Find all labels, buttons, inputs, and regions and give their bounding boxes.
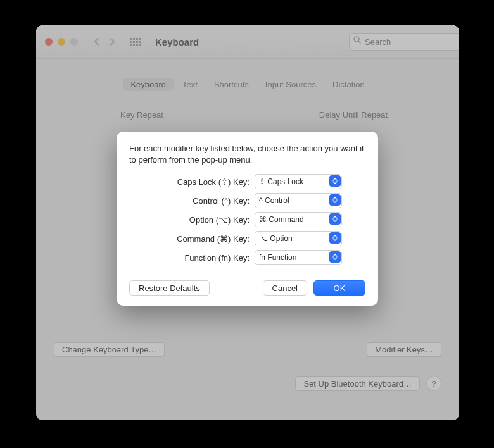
chevron-up-down-icon [329,194,341,206]
row-command: Command (⌘) Key: ⌥ Option [129,231,365,246]
sheet-description: For each modifier key listed below, choo… [129,143,365,165]
chevron-up-down-icon [329,175,341,187]
cancel-button[interactable]: Cancel [263,280,307,296]
caps-lock-label: Caps Lock (⇪) Key: [129,177,255,187]
control-value: ^ Control [259,196,289,205]
row-function: Function (fn) Key: fn Function [129,250,365,265]
option-value: ⌘ Command [259,215,304,224]
ok-button[interactable]: OK [314,280,365,296]
row-option: Option (⌥) Key: ⌘ Command [129,212,365,227]
row-caps-lock: Caps Lock (⇪) Key: ⇪ Caps Lock [129,174,365,189]
chevron-up-down-icon [329,251,341,263]
command-value: ⌥ Option [259,234,293,243]
option-label: Option (⌥) Key: [129,215,255,225]
command-popup[interactable]: ⌥ Option [255,231,342,246]
chevron-up-down-icon [329,213,341,225]
modifier-keys-sheet: For each modifier key listed below, choo… [117,132,378,306]
function-popup[interactable]: fn Function [255,250,342,265]
command-label: Command (⌘) Key: [129,234,255,244]
control-popup[interactable]: ^ Control [255,193,342,208]
caps-lock-value: ⇪ Caps Lock [259,177,303,186]
function-label: Function (fn) Key: [129,253,255,263]
caps-lock-popup[interactable]: ⇪ Caps Lock [255,174,342,189]
keyboard-prefs-window: Keyboard Keyboard Text Shortcuts Input S… [36,25,459,420]
restore-defaults-button[interactable]: Restore Defaults [129,280,210,296]
row-control: Control (^) Key: ^ Control [129,193,365,208]
option-popup[interactable]: ⌘ Command [255,212,342,227]
chevron-up-down-icon [329,232,341,244]
sheet-buttons: Restore Defaults Cancel OK [129,280,365,296]
control-label: Control (^) Key: [129,196,255,206]
function-value: fn Function [259,253,296,262]
